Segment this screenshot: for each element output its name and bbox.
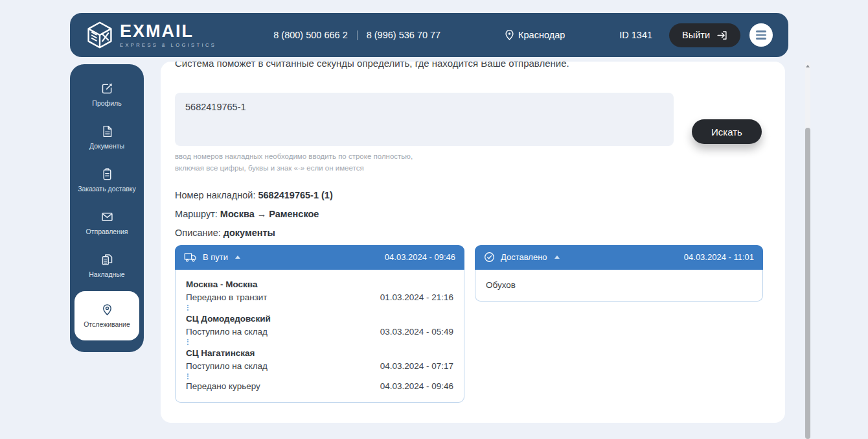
shipment-info: Номер накладной: 5682419765-1 (1) Маршру…: [175, 186, 771, 243]
event-status: Передано курьеру: [186, 380, 260, 393]
logout-label: Выйти: [682, 30, 710, 40]
page-scrollbar[interactable]: [805, 62, 810, 439]
event-row: Поступило на склад 03.03.2024 - 05:49: [186, 326, 453, 338]
tracking-panel: Система поможет в считанные секунды опре…: [161, 62, 785, 423]
document-icon: [100, 125, 114, 138]
tracking-number-input[interactable]: 5682419765-1: [175, 93, 674, 146]
description-line: Описание: документы: [175, 224, 771, 243]
panel-datetime: 04.03.2024 - 09:46: [385, 252, 455, 262]
description-value: документы: [223, 228, 275, 238]
sidebar-item-order-delivery[interactable]: Заказать доставку: [70, 159, 144, 202]
event-row: Обухов: [486, 279, 752, 291]
location-pin-icon: [505, 30, 514, 40]
brand-tagline: EXPRESS & LOGISTICS: [120, 43, 216, 48]
brand-logo[interactable]: EXMAIL EXPRESS & LOGISTICS: [86, 21, 216, 49]
event-place: СЦ Нагатинская: [186, 347, 453, 360]
sidebar-item-documents[interactable]: Документы: [70, 116, 144, 159]
sidebar-item-label: Отправления: [84, 228, 131, 235]
event-row: Передано в транзит 01.03.2024 - 21:16: [186, 291, 453, 304]
sidebar-item-label: Накладные: [86, 270, 127, 278]
sort-asc-icon: [235, 255, 240, 259]
event-datetime: 01.03.2024 - 21:16: [380, 291, 453, 304]
event-place: СЦ Домодедовский: [186, 313, 453, 326]
sidebar-item-label: Заказать доставку: [75, 185, 139, 193]
phone-secondary: 8 (996) 536 70 77: [367, 30, 440, 40]
input-hint: ввод номеров накладных необходимо вводит…: [175, 151, 771, 174]
event-status: Поступило на склад: [186, 360, 268, 373]
event-status: Передано в транзит: [186, 291, 268, 304]
panel-delivered: Доставлено 04.03.2024 - 11:01 Обухов: [475, 245, 763, 302]
sidebar-item-shipments[interactable]: Отправления: [70, 202, 144, 244]
panel-title: Доставлено: [501, 252, 547, 262]
logout-icon: [716, 30, 727, 41]
status-panels: В пути 04.03.2024 - 09:46 Москва - Москв…: [175, 245, 771, 403]
event-status: Поступило на склад: [186, 326, 268, 338]
sort-asc-icon: [554, 255, 560, 259]
sidebar-item-waybills[interactable]: Накладные: [70, 244, 144, 287]
route-label: Маршрут:: [175, 209, 218, 219]
invoices-icon: [100, 253, 114, 267]
top-header: EXMAIL EXPRESS & LOGISTICS 8 (800) 500 6…: [70, 13, 788, 57]
hint-line-1: ввод номеров накладных необходимо вводит…: [175, 151, 771, 163]
brand-name: EXMAIL: [120, 23, 216, 40]
event-status: Обухов: [486, 279, 516, 291]
hint-line-2: включая все цифры, буквы и знак «-» если…: [175, 163, 771, 174]
burger-line: [756, 38, 766, 39]
scroll-up-icon[interactable]: [805, 65, 810, 67]
route-arrow: →: [257, 209, 267, 219]
burger-line: [756, 30, 766, 32]
panel-datetime: 04.03.2024 - 11:01: [684, 252, 754, 262]
logout-button[interactable]: Выйти: [669, 23, 740, 47]
edit-icon: [100, 82, 114, 95]
panel-title: В пути: [203, 252, 228, 262]
event-place: Москва - Москва: [186, 278, 453, 291]
waybill-label: Номер накладной:: [175, 190, 255, 200]
pin-icon: [100, 303, 114, 316]
check-circle-icon: [484, 252, 495, 263]
panel-in-transit: В пути 04.03.2024 - 09:46 Москва - Москв…: [175, 245, 464, 403]
search-row: 5682419765-1 Искать: [175, 93, 771, 146]
route-to: Раменское: [269, 209, 319, 219]
description-label: Описание:: [175, 228, 221, 238]
panel-in-transit-body: Москва - Москва Передано в транзит 01.03…: [175, 270, 464, 403]
timeline-connector: [187, 374, 188, 379]
scrollbar-thumb[interactable]: [805, 128, 810, 439]
panel-delivered-body: Обухов: [475, 270, 763, 302]
sidebar-item-tracking[interactable]: Отслеживание: [74, 291, 139, 340]
exmail-cube-icon: [86, 21, 114, 49]
timeline-connector: [187, 305, 188, 311]
sidebar-item-label: Документы: [87, 142, 127, 150]
menu-button[interactable]: [749, 23, 773, 47]
clipboard-icon: [100, 167, 114, 181]
city-selector[interactable]: Краснодар: [505, 30, 565, 40]
sidebar-item-label: Отслеживание: [81, 320, 133, 328]
timeline-connector: [187, 339, 188, 345]
user-id: ID 1341: [619, 30, 652, 40]
event-datetime: 04.03.2024 - 07:17: [380, 360, 453, 373]
event-row: Поступило на склад 04.03.2024 - 07:17: [186, 360, 453, 373]
sidebar-nav: Профиль Документы Заказать доставку Отпр…: [70, 64, 144, 352]
event-datetime: 03.03.2024 - 05:49: [380, 326, 453, 338]
search-button[interactable]: Искать: [692, 119, 762, 144]
waybill-line: Номер накладной: 5682419765-1 (1): [175, 186, 771, 205]
route-line: Маршрут: Москва → Раменское: [175, 205, 771, 224]
phone-separator: [357, 30, 358, 40]
event-datetime: 04.03.2024 - 09:46: [380, 380, 453, 393]
header-phones: 8 (800) 500 666 2 8 (996) 536 70 77: [273, 30, 440, 40]
panel-in-transit-header[interactable]: В пути 04.03.2024 - 09:46: [175, 245, 464, 270]
city-label: Краснодар: [518, 30, 565, 40]
event-row: Передано курьеру 04.03.2024 - 09:46: [186, 380, 453, 393]
intro-text: Система поможет в считанные секунды опре…: [175, 62, 771, 69]
sidebar-item-profile[interactable]: Профиль: [70, 73, 144, 116]
sidebar-item-label: Профиль: [89, 99, 124, 107]
waybill-value: 5682419765-1 (1): [258, 190, 332, 200]
panel-delivered-header[interactable]: Доставлено 04.03.2024 - 11:01: [475, 245, 763, 270]
envelope-icon: [100, 210, 114, 224]
phone-primary: 8 (800) 500 666 2: [273, 30, 347, 40]
burger-line: [756, 34, 766, 36]
route-from: Москва: [220, 209, 255, 219]
truck-icon: [184, 252, 197, 263]
